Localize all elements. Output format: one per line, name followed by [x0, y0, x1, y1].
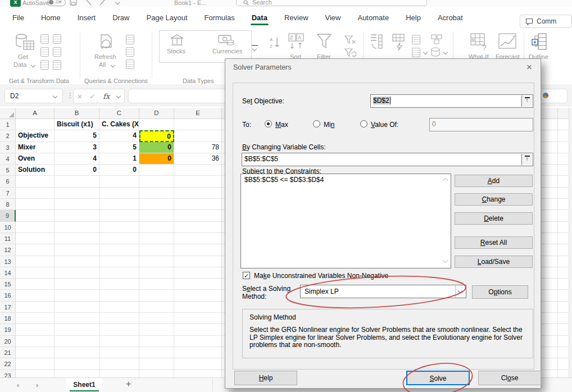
cell-C6[interactable] [99, 176, 139, 187]
cell-D21[interactable] [139, 347, 174, 358]
tab-help[interactable]: Help [405, 11, 422, 26]
cell-C12[interactable] [99, 244, 139, 256]
cell-C9[interactable] [99, 210, 139, 221]
currencies-icon[interactable] [218, 34, 235, 47]
tab-view[interactable]: View [324, 11, 342, 26]
from-picture-icon[interactable] [53, 47, 61, 57]
cell-A20[interactable] [16, 336, 55, 347]
cell-A10[interactable] [16, 222, 55, 233]
cell-E21[interactable] [174, 347, 222, 358]
cell-C21[interactable] [99, 347, 139, 358]
cell-B9[interactable] [55, 210, 99, 221]
cell-C22[interactable] [99, 358, 139, 370]
cell-E13[interactable] [174, 256, 222, 267]
column-header-D[interactable]: D [139, 108, 174, 119]
cell-A5[interactable]: Solution [16, 165, 55, 176]
cell-E11[interactable] [174, 233, 222, 244]
edit-links-icon[interactable] [126, 60, 134, 69]
data-model-icon[interactable] [430, 47, 443, 58]
cell-E7[interactable] [174, 188, 222, 199]
cell-C8[interactable] [99, 199, 139, 210]
cell-E23[interactable] [174, 370, 222, 377]
range-picker-button[interactable]: ↑ [521, 154, 532, 165]
row-header-15[interactable]: 15 [0, 279, 16, 290]
vertical-scrollbar[interactable] [569, 108, 572, 377]
solve-button[interactable]: Solve [406, 371, 470, 385]
cell-E8[interactable] [174, 199, 222, 210]
name-box[interactable]: D2 [4, 89, 63, 103]
cell-A2[interactable]: Objective [16, 130, 55, 142]
what-if-icon[interactable]: ? [470, 33, 489, 52]
get-data-label-1[interactable]: Get [18, 53, 28, 60]
comments-button[interactable]: Comm [520, 15, 572, 28]
cell-E14[interactable] [174, 267, 222, 279]
cell-E3[interactable]: 78 [174, 142, 222, 153]
cell-B6[interactable] [55, 176, 99, 187]
cell-D3[interactable]: 0 [139, 142, 174, 153]
row-header-4[interactable]: 4 [0, 153, 16, 165]
cell-A13[interactable] [16, 256, 55, 267]
row-header-8[interactable]: 8 [0, 199, 16, 210]
cell-D17[interactable] [139, 302, 174, 313]
cell-A1[interactable] [16, 119, 55, 130]
get-data-icon[interactable] [15, 33, 36, 52]
outline-icon[interactable] [532, 33, 548, 52]
refresh-all-label-2[interactable]: All [99, 61, 106, 68]
cell-B7[interactable] [55, 188, 99, 199]
row-header-22[interactable]: 22 [0, 358, 16, 370]
add-button[interactable]: Add [455, 175, 533, 187]
tab-file[interactable]: File [11, 11, 25, 26]
copilot-icon[interactable] [543, 93, 548, 98]
cell-B18[interactable] [55, 313, 99, 324]
clear-filter-icon[interactable] [344, 35, 356, 45]
cell-B2[interactable]: 5 [55, 130, 99, 142]
row-header-7[interactable]: 7 [0, 188, 16, 199]
sort-az-icon[interactable]: AZ [270, 36, 281, 49]
delete-button[interactable]: Delete [455, 212, 533, 225]
row-header-21[interactable]: 21 [0, 347, 16, 358]
undo-icon[interactable] [84, 0, 92, 6]
constraints-listbox[interactable]: $B$5:$C$5 <= $D$3:$D$4 [240, 174, 451, 268]
cell-D1[interactable] [139, 119, 174, 130]
sort-dialog-icon[interactable]: ZA [288, 33, 306, 52]
row-header-16[interactable]: 16 [0, 290, 16, 301]
cell-B19[interactable] [55, 324, 99, 335]
cell-B14[interactable] [55, 267, 99, 279]
cell-B21[interactable] [55, 347, 99, 358]
tab-draw[interactable]: Draw [111, 11, 130, 26]
remove-duplicates-icon[interactable] [412, 35, 420, 44]
cell-A6[interactable] [16, 176, 55, 187]
insert-function-button[interactable]: fx [103, 92, 110, 101]
cell-D9[interactable] [139, 210, 174, 221]
cell-A16[interactable] [16, 290, 55, 301]
cell-C18[interactable] [99, 313, 139, 324]
cell-C23[interactable] [99, 370, 139, 377]
row-header-17[interactable]: 17 [0, 302, 16, 313]
get-data-label-2[interactable]: Data [13, 61, 26, 68]
set-objective-input[interactable]: $D$2 ↑ [370, 94, 533, 108]
radio-value-of-label[interactable]: Value Of: [371, 121, 398, 129]
cell-C16[interactable] [99, 290, 139, 301]
name-box-chevron-icon[interactable] [53, 94, 57, 98]
cell-B1[interactable]: Biscuit (x1) [55, 119, 99, 130]
tab-review[interactable]: Review [283, 11, 310, 26]
currencies-label[interactable]: Currencies [212, 48, 242, 54]
cell-E10[interactable] [174, 222, 222, 233]
constraint-item[interactable]: $B$5:$C$5 <= $D$3:$D$4 [241, 174, 451, 184]
forecast-sheet-icon[interactable] [498, 33, 518, 52]
cell-E17[interactable] [174, 302, 222, 313]
add-sheet-button[interactable]: + [126, 379, 131, 389]
cell-A11[interactable] [16, 233, 55, 244]
row-header-1[interactable]: 1 [0, 119, 16, 130]
consolidate-icon[interactable] [430, 34, 443, 45]
from-table-icon[interactable] [40, 60, 49, 70]
row-header-10[interactable]: 10 [0, 222, 16, 233]
cell-E4[interactable]: 36 [174, 153, 222, 165]
cell-C3[interactable]: 5 [99, 142, 139, 153]
recent-sources-icon[interactable] [53, 34, 61, 44]
prev-sheet-arrow-icon[interactable]: ‹ [17, 381, 19, 389]
cell-E12[interactable] [174, 244, 222, 256]
value-of-input[interactable]: 0 [429, 118, 533, 131]
cell-B16[interactable] [55, 290, 99, 301]
queries-connections-pane-icon[interactable] [126, 35, 134, 44]
